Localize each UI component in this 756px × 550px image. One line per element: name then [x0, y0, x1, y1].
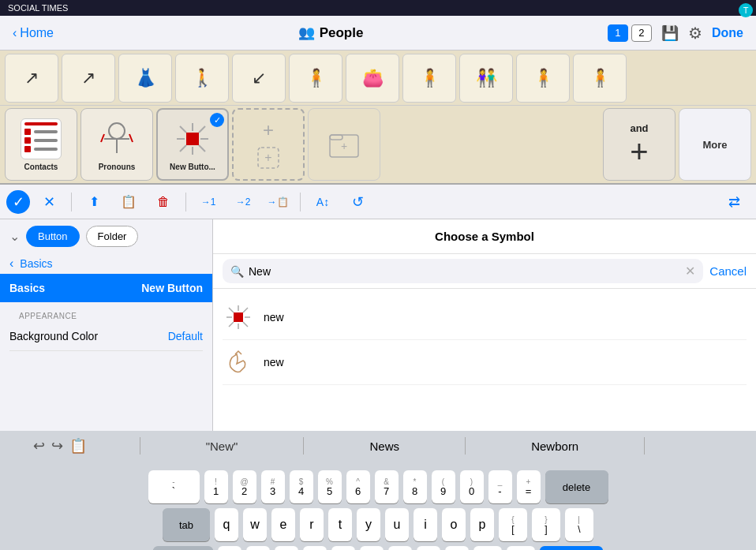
key-e[interactable]: e [271, 508, 295, 541]
symbol-cell-5[interactable]: ↙ [232, 54, 286, 103]
toolbar-move-1[interactable]: →1 [193, 188, 224, 216]
key-u[interactable]: u [385, 508, 409, 541]
key-7[interactable]: & 7 [375, 470, 399, 503]
symbol-cell-11[interactable]: 🧍 [573, 54, 627, 103]
key-q[interactable]: q [215, 508, 238, 541]
symbol-cell-8[interactable]: 🧍 [402, 54, 456, 103]
key-backslash[interactable]: |\ [565, 508, 593, 541]
symbol-cell-10[interactable]: 🧍 [516, 54, 570, 103]
key-o[interactable]: o [442, 508, 466, 541]
button-toggle[interactable]: Button [26, 226, 80, 247]
redo-icon[interactable]: ↪ [51, 437, 63, 455]
settings-icon[interactable]: ⚙ [688, 24, 702, 43]
key-grave[interactable]: - ` [148, 470, 200, 503]
page-2-btn[interactable]: 2 [631, 24, 652, 42]
key-3[interactable]: # 3 [261, 470, 285, 503]
basics-row[interactable]: Basics New Button [0, 274, 212, 302]
basics-back-label[interactable]: Basics [20, 257, 52, 270]
toolbar-x[interactable]: ✕ [33, 188, 65, 216]
search-clear-icon[interactable]: ✕ [685, 264, 695, 279]
basics-back-icon[interactable]: ‹ [9, 256, 13, 271]
copy-icon[interactable]: 📋 [69, 437, 87, 455]
toolbar-copy[interactable]: 📋 [113, 188, 144, 216]
back-button[interactable]: ‹ Home [13, 26, 54, 40]
symbol-cell-7[interactable]: 👛 [346, 54, 399, 103]
add-placeholder-card[interactable]: + + [232, 108, 305, 181]
symbol-cell-9[interactable]: 👫 [459, 54, 513, 103]
pronouns-button-card[interactable]: Pronouns [80, 108, 153, 181]
key-f[interactable]: f [303, 546, 327, 550]
key-minus[interactable]: _ - [488, 470, 512, 503]
more-button[interactable]: More [679, 108, 751, 181]
ac-sep-2 [303, 437, 304, 455]
caps-lock-key[interactable]: caps lock [153, 546, 213, 550]
result-row-2[interactable]: new [223, 340, 747, 385]
key-w[interactable]: w [243, 508, 267, 541]
done-button[interactable]: Done [712, 26, 743, 40]
result-label-2: new [264, 356, 284, 369]
page-indicator: 1 2 [608, 24, 652, 42]
symbol-cell-3[interactable]: 👗 [118, 54, 172, 103]
toolbar-import[interactable]: ⬆ [78, 188, 110, 216]
key-1[interactable]: ! 1 [204, 470, 228, 503]
key-s[interactable]: s [246, 546, 270, 550]
key-j[interactable]: j [388, 546, 412, 550]
new-button-card[interactable]: ✓ New Butto... [156, 108, 229, 181]
and-button-card[interactable]: T and + [603, 108, 676, 181]
tab-key[interactable]: tab [163, 508, 210, 541]
contacts-button-card[interactable]: Contacts [5, 108, 77, 181]
key-r[interactable]: r [300, 508, 324, 541]
key-4[interactable]: $ 4 [290, 470, 313, 503]
svg-point-0 [109, 123, 125, 139]
key-i[interactable]: i [414, 508, 437, 541]
key-k[interactable]: k [417, 546, 440, 550]
toolbar-move-folder[interactable]: →📋 [262, 188, 294, 216]
back-label[interactable]: Home [20, 26, 54, 40]
key-semicolon[interactable]: :; [473, 546, 502, 550]
symbol-cell-1[interactable]: ↗ [5, 54, 58, 103]
key-quote[interactable]: "' [507, 546, 535, 550]
symbol-cell-4[interactable]: 🚶 [175, 54, 229, 103]
key-p[interactable]: p [470, 508, 494, 541]
toolbar-refresh[interactable]: ↺ [342, 188, 373, 216]
key-t[interactable]: t [328, 508, 352, 541]
key-brace-open[interactable]: {[ [499, 508, 527, 541]
key-5[interactable]: % 5 [318, 470, 342, 503]
undo-icon[interactable]: ↩ [33, 437, 45, 455]
folder-toggle[interactable]: Folder [86, 226, 139, 247]
page-1-btn[interactable]: 1 [608, 24, 628, 42]
background-color-row[interactable]: Background Color Default [9, 322, 203, 351]
key-a[interactable]: a [218, 546, 241, 550]
chooser-title: Choose a Symbol [435, 230, 534, 243]
key-8[interactable]: * 8 [403, 470, 427, 503]
key-brace-close[interactable]: }] [532, 508, 560, 541]
toolbar-move-2[interactable]: →2 [227, 188, 259, 216]
toolbar-check[interactable]: ✓ [6, 190, 30, 214]
key-9[interactable]: ( 9 [432, 470, 455, 503]
symbol-cell-2[interactable]: ↗ [62, 54, 115, 103]
panel-chevron[interactable]: ⌄ [9, 229, 20, 244]
key-0[interactable]: ) 0 [460, 470, 484, 503]
toolbar-sort[interactable]: A↕ [307, 188, 339, 216]
key-equals[interactable]: + = [517, 470, 541, 503]
key-2[interactable]: @ 2 [233, 470, 256, 503]
save-icon[interactable]: 💾 [661, 24, 679, 42]
result-row-1[interactable]: new [223, 295, 747, 340]
search-key[interactable]: search [540, 546, 603, 550]
autocorrect-item-3[interactable]: Newborn [518, 440, 591, 453]
search-input[interactable] [249, 265, 680, 278]
symbol-cell-6[interactable]: 🧍 [289, 54, 342, 103]
key-6[interactable]: ^ 6 [346, 470, 370, 503]
autocorrect-item-2[interactable]: News [357, 440, 413, 453]
key-d[interactable]: d [275, 546, 298, 550]
key-y[interactable]: y [357, 508, 380, 541]
key-l[interactable]: l [445, 546, 469, 550]
delete-key[interactable]: delete [545, 470, 608, 503]
key-g[interactable]: g [331, 546, 355, 550]
toolbar-delete[interactable]: 🗑 [148, 188, 179, 216]
cancel-button[interactable]: Cancel [709, 264, 747, 278]
autocorrect-item-1[interactable]: "New" [193, 440, 251, 453]
key-h[interactable]: h [360, 546, 384, 550]
add-folder-card[interactable]: + [308, 108, 380, 181]
toolbar-swap[interactable]: ⇄ [718, 188, 750, 216]
